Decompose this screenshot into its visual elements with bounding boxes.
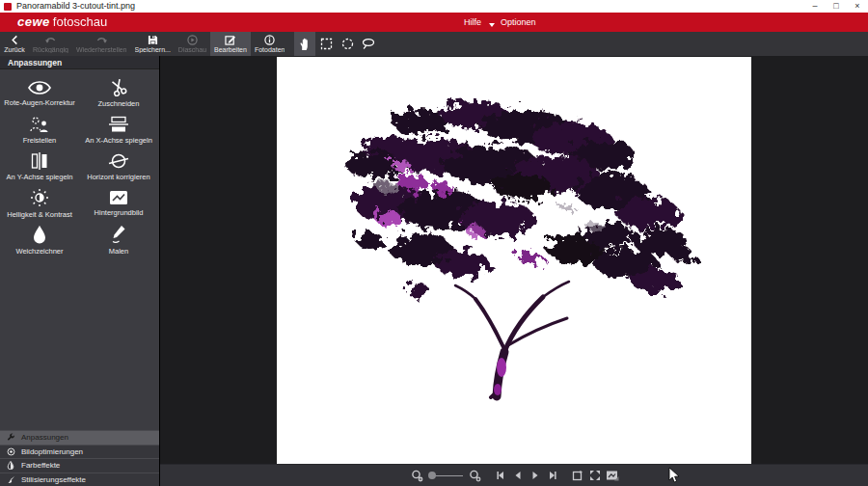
section-stylize-effects[interactable]: Stilisierungseffekte bbox=[0, 472, 159, 486]
ellipse-marquee-icon bbox=[341, 38, 354, 50]
first-icon bbox=[496, 471, 505, 480]
tool-brightness-contrast[interactable]: Helligkeit & Kontrast bbox=[0, 185, 79, 222]
zoom-slider-handle[interactable] bbox=[428, 472, 436, 479]
zoom-out-icon bbox=[411, 470, 423, 482]
sidebar-section-list: Anpassungen Bildoptimierungen Farbeffekt… bbox=[0, 430, 159, 486]
brightness-contrast-icon bbox=[30, 188, 49, 207]
compare-image-icon bbox=[606, 470, 619, 481]
tool-background-image[interactable]: Hintergrundbild bbox=[79, 185, 158, 222]
wrench-icon bbox=[6, 433, 15, 442]
scissors-icon bbox=[109, 79, 128, 96]
section-image-optimizations[interactable]: Bildoptimierungen bbox=[0, 445, 159, 459]
menu-help[interactable]: Hilfe bbox=[464, 13, 495, 32]
next-image-button[interactable] bbox=[528, 467, 543, 484]
menu-help-label: Hilfe bbox=[464, 17, 481, 27]
save-button[interactable]: Speichern... bbox=[131, 32, 175, 56]
edit-button[interactable]: Bearbeiten bbox=[210, 32, 251, 56]
adjustment-tool-grid: Rote-Augen-Korrektur Zuschneiden Freiste… bbox=[0, 75, 159, 258]
undo-icon bbox=[44, 35, 57, 45]
previous-icon bbox=[513, 471, 523, 480]
next-icon bbox=[530, 471, 540, 480]
rect-marquee-icon bbox=[320, 38, 333, 50]
zoom-in-button[interactable] bbox=[468, 467, 483, 484]
original-size-button[interactable] bbox=[570, 467, 585, 484]
compare-original-button[interactable] bbox=[605, 467, 620, 484]
horizon-icon bbox=[108, 152, 129, 170]
image-icon bbox=[109, 190, 128, 205]
hand-icon bbox=[299, 38, 311, 51]
photo-canvas[interactable] bbox=[277, 57, 751, 464]
chevron-left-icon bbox=[10, 35, 20, 45]
cutout-person-icon bbox=[29, 116, 50, 133]
menu-options[interactable]: Optionen bbox=[501, 13, 536, 32]
app-logo: cewefotoschau bbox=[17, 14, 107, 29]
app-icon bbox=[4, 3, 12, 11]
section-label: Anpassungen bbox=[21, 433, 68, 442]
menu-options-label: Optionen bbox=[501, 17, 536, 27]
section-label: Farbeffekte bbox=[21, 461, 60, 470]
last-image-button[interactable] bbox=[545, 467, 560, 484]
slideshow-icon bbox=[187, 35, 198, 45]
section-color-effects[interactable]: Farbeffekte bbox=[0, 458, 159, 472]
close-button[interactable]: × bbox=[847, 0, 868, 13]
lasso-tool-button[interactable] bbox=[358, 32, 379, 56]
redo-button[interactable]: Wiederherstellen bbox=[72, 32, 131, 56]
optimize-icon bbox=[6, 447, 15, 456]
redo-icon bbox=[95, 35, 108, 45]
photodata-button[interactable]: Fotodaten bbox=[251, 32, 289, 56]
tool-paint[interactable]: Malen bbox=[79, 222, 158, 258]
app-header: cewefotoschau Hilfe Optionen bbox=[0, 13, 868, 32]
tool-soften[interactable]: Weichzeichner bbox=[0, 222, 79, 258]
color-drop-icon bbox=[6, 461, 15, 470]
first-image-button[interactable] bbox=[493, 467, 508, 484]
undo-button[interactable]: Rückgängig bbox=[29, 32, 72, 56]
zoom-slider[interactable] bbox=[428, 467, 465, 484]
minimize-button[interactable]: – bbox=[804, 0, 826, 13]
image-viewer bbox=[159, 56, 868, 486]
titlebar: Panoramabild 3-cutout-tint.png – □ × bbox=[0, 0, 868, 13]
section-label: Bildoptimierungen bbox=[21, 447, 83, 456]
sidebar-panel-title: Anpassungen bbox=[0, 56, 159, 69]
tool-crop[interactable]: Zuschneiden bbox=[79, 75, 158, 112]
tree-image bbox=[277, 57, 751, 464]
zoom-out-button[interactable] bbox=[410, 467, 425, 484]
tool-red-eye-correction[interactable]: Rote-Augen-Korrektur bbox=[0, 75, 79, 112]
viewer-bottom-bar bbox=[160, 464, 868, 486]
section-adjustments[interactable]: Anpassungen bbox=[0, 430, 159, 445]
maximize-button[interactable]: □ bbox=[826, 0, 847, 13]
chevron-down-icon bbox=[489, 23, 495, 27]
fullscreen-icon bbox=[589, 470, 601, 481]
fullscreen-button[interactable] bbox=[587, 467, 603, 484]
lasso-icon bbox=[362, 38, 375, 50]
last-icon bbox=[548, 471, 557, 480]
rect-select-tool-button[interactable] bbox=[315, 32, 337, 56]
pen-icon bbox=[110, 225, 127, 244]
brush-icon bbox=[6, 475, 15, 484]
flip-horizontal-icon bbox=[108, 116, 129, 133]
save-icon bbox=[148, 35, 158, 45]
main-toolbar: Zurück Rückgängig Wiederherstellen Speic… bbox=[0, 32, 868, 56]
edit-icon bbox=[225, 35, 236, 45]
window-title: Panoramabild 3-cutout-tint.png bbox=[16, 0, 135, 13]
eye-icon bbox=[27, 80, 52, 95]
slideshow-button[interactable]: Diaschau bbox=[175, 32, 210, 56]
logo-product: fotoschau bbox=[53, 14, 107, 29]
tool-fix-horizon[interactable]: Horizont korrigieren bbox=[79, 148, 158, 185]
water-drop-icon bbox=[32, 225, 47, 244]
hand-tool-button[interactable] bbox=[294, 32, 315, 56]
tool-flip-y-axis[interactable]: An Y-Achse spiegeln bbox=[0, 148, 79, 185]
section-label: Stilisierungseffekte bbox=[21, 475, 86, 484]
logo-brand: cewe bbox=[17, 14, 50, 29]
zoom-in-icon bbox=[469, 470, 481, 482]
sidebar-adjustments-panel: Anpassungen Rote-Augen-Korrektur Zuschne… bbox=[0, 56, 159, 486]
previous-image-button[interactable] bbox=[510, 467, 526, 484]
original-size-icon bbox=[572, 470, 583, 481]
tool-cutout[interactable]: Freistellen bbox=[0, 112, 79, 148]
app-window: { "window": { "title": "Panoramabild 3-c… bbox=[0, 0, 868, 486]
info-icon bbox=[264, 35, 275, 45]
tool-flip-x-axis[interactable]: An X-Achse spiegeln bbox=[79, 112, 158, 148]
flip-vertical-icon bbox=[31, 152, 48, 170]
ellipse-select-tool-button[interactable] bbox=[337, 32, 358, 56]
back-button[interactable]: Zurück bbox=[0, 32, 29, 56]
